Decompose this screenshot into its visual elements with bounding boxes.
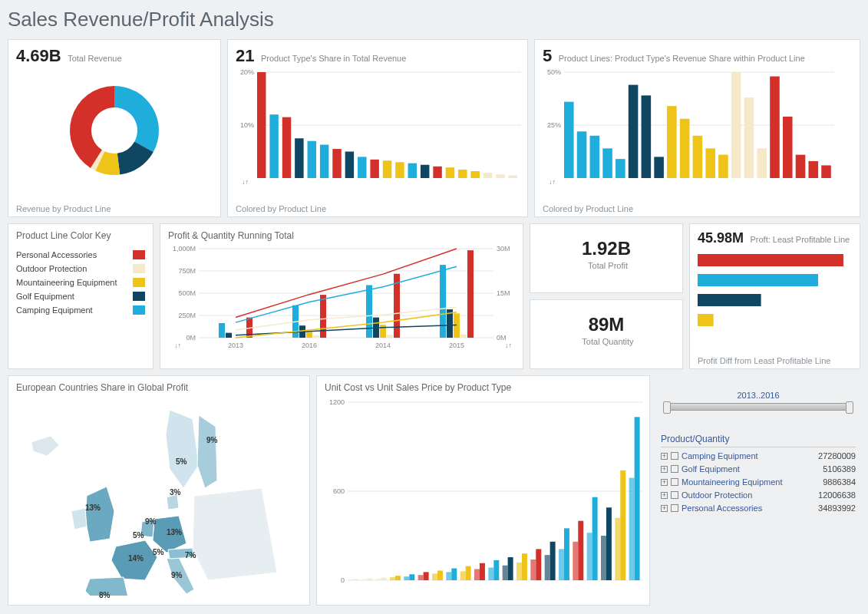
legend-item: Personal Accessories [16,250,145,259]
map-label: 8% [99,591,110,599]
slider-label: 2013..2016 [664,391,853,400]
running-title: Profit & Quantity Running Total [168,230,515,241]
map-label: 5% [133,531,144,540]
svg-rect-39 [680,119,690,178]
svg-rect-126 [522,553,527,580]
svg-rect-102 [353,579,358,580]
pq-row[interactable]: +Golf Equipment5106389 [661,463,856,476]
scatter-title: Unit Cost vs Unit Sales Price by Product… [325,382,642,393]
checkbox[interactable] [671,491,678,499]
type-count-label: Product Type's Share in Total Revenue [261,54,406,63]
card-map: European Countries Share in Global Profi… [8,375,310,606]
svg-rect-130 [550,542,556,580]
svg-rect-112 [424,572,429,580]
expand-icon[interactable]: + [661,492,668,499]
svg-rect-13 [370,160,378,178]
pq-row[interactable]: +Outdoor Protection12006638 [661,489,856,502]
checkbox[interactable] [671,504,678,512]
svg-rect-36 [642,95,652,178]
svg-rect-134 [578,521,583,580]
svg-rect-14 [383,160,391,178]
pq-row[interactable]: +Personal Accessories34893992 [661,502,856,515]
svg-rect-38 [667,106,677,178]
svg-text:↓↑: ↓↑ [549,178,556,186]
svg-rect-45 [757,148,767,178]
legend-item: Camping Equipment [16,305,145,315]
svg-text:10%: 10% [240,121,254,129]
svg-rect-47 [783,117,793,178]
svg-rect-123 [503,566,508,580]
product-quantity-table: Product/Quantity +Camping Equipment27280… [656,434,860,515]
card-type-share: 21 Product Type's Share in Total Revenue… [227,39,528,217]
expand-icon[interactable]: + [661,479,668,486]
svg-text:2015: 2015 [449,342,464,349]
map-label: 5% [176,457,186,466]
svg-rect-22 [484,173,492,178]
checkbox[interactable] [671,452,678,460]
svg-rect-15 [395,162,404,178]
svg-text:15M: 15M [497,289,510,297]
slider-handle-left[interactable] [663,401,671,414]
map-label: 13% [85,503,101,512]
pq-row[interactable]: +Mountaineering Equipment9886384 [661,476,856,489]
svg-rect-115 [446,572,451,580]
legend-title: Product Line Color Key [16,230,145,241]
svg-text:250M: 250M [178,312,196,319]
pq-row[interactable]: +Camping Equipment27280009 [661,450,856,463]
svg-rect-4 [257,72,266,178]
svg-rect-120 [480,563,485,580]
year-slider[interactable]: 2013..2016 [656,375,860,426]
svg-text:0: 0 [341,576,345,584]
svg-rect-40 [693,136,703,178]
svg-rect-50 [821,165,831,178]
svg-rect-69 [219,323,225,338]
card2-caption: Colored by Product Line [236,204,326,213]
legend-item: Mountaineering Equipment [16,278,145,287]
svg-rect-110 [409,574,414,580]
svg-rect-71 [366,285,372,338]
svg-rect-142 [635,417,640,580]
svg-text:2014: 2014 [375,342,391,349]
svg-rect-119 [474,569,480,581]
checkbox[interactable] [671,465,678,473]
expand-icon[interactable]: + [661,453,668,460]
svg-rect-33 [602,148,612,178]
svg-rect-107 [390,577,395,580]
svg-rect-117 [460,571,466,580]
svg-rect-42 [718,155,728,178]
svg-rect-135 [587,533,592,580]
svg-rect-44 [744,97,754,178]
map-label: 9% [206,436,217,444]
expand-icon[interactable]: + [661,505,668,512]
svg-rect-113 [432,573,437,580]
svg-rect-139 [615,518,620,580]
svg-rect-128 [536,549,541,580]
card-revenue-donut: 4.69B Total Revenue Revenue by Product L… [8,39,221,217]
svg-rect-122 [493,560,499,580]
svg-rect-7 [295,138,303,178]
checkbox[interactable] [671,478,678,486]
svg-rect-30 [564,102,574,178]
expand-icon[interactable]: + [661,466,668,473]
svg-rect-8 [308,141,316,178]
total-profit-value: 1.92B [538,238,675,259]
svg-rect-73 [226,333,232,338]
svg-rect-103 [361,579,367,580]
svg-rect-78 [306,332,312,338]
map-label: 7% [185,551,196,560]
type-count-value: 21 [236,46,254,66]
svg-rect-9 [320,145,328,178]
profit-diff-label: Proft: Least Profitable Line [751,235,850,244]
legend-item: Golf Equipment [16,292,145,301]
svg-text:600: 600 [333,487,345,495]
total-qty-label: Total Quantity [541,337,675,346]
svg-rect-108 [395,576,401,580]
svg-rect-93 [698,294,761,306]
svg-rect-19 [446,167,454,178]
svg-rect-106 [381,578,387,580]
svg-rect-32 [590,136,600,178]
svg-text:2013: 2013 [228,342,243,349]
svg-rect-5 [269,114,278,178]
map-title: European Countries Share in Global Profi… [16,382,302,393]
slider-handle-right[interactable] [846,401,853,414]
